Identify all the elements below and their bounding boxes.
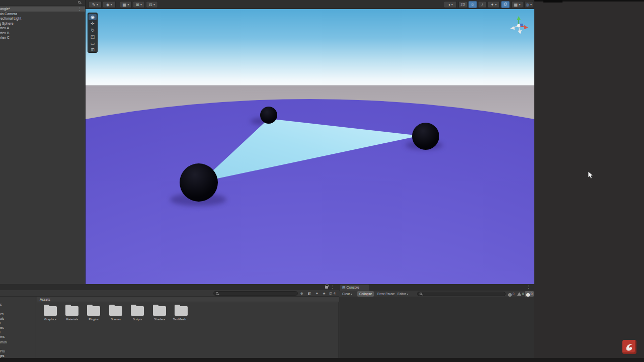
vertex-sphere-top[interactable] [260, 107, 277, 124]
folder-materials[interactable]: Materials [62, 306, 82, 321]
kebab-menu-icon[interactable]: ⋮ [78, 7, 82, 12]
hierarchy-item-triangle[interactable]: Triangle* ⋮ [0, 7, 86, 12]
light-bulb-icon: ☼ [471, 2, 474, 7]
grid-snapping-dropdown[interactable]: ▦ ▾ [120, 1, 132, 8]
error-count-button[interactable]: ! 0 [525, 291, 534, 297]
tree-item-label: Scenes [0, 325, 4, 330]
folder-label: Materials [62, 318, 82, 321]
rotate-tool-button[interactable]: ↻ [89, 27, 97, 33]
move-tool-button[interactable]: ✛ [89, 21, 97, 27]
effects-star-icon: ✦ [491, 3, 494, 7]
scene-visibility-toggle[interactable]: ∅ [501, 1, 510, 8]
grid-settings-dropdown[interactable]: ▦ ▾ [511, 1, 523, 8]
effects-dropdown[interactable]: ✦ ▾ [488, 1, 500, 8]
console-log-area[interactable] [339, 297, 534, 358]
warning-count-button[interactable]: 0 [516, 291, 525, 297]
search-by-type-icon[interactable]: ⊕ [300, 291, 303, 296]
package-icon[interactable]: ◧ [308, 291, 311, 296]
project-tab-strip: ⋮ [0, 284, 339, 290]
tree-item-common[interactable]: Common [0, 340, 36, 344]
label-tag-icon[interactable]: ✦ [315, 291, 318, 296]
tree-item-label: Assets [0, 302, 2, 307]
2d-toggle-button[interactable]: 2D [458, 1, 467, 8]
tree-item-scripts[interactable]: Scripts [0, 330, 36, 334]
scale-tool-button[interactable]: ◰ [89, 34, 97, 40]
info-count-button[interactable]: ! 0 [507, 291, 516, 297]
folder-label: Scripts [127, 318, 147, 321]
project-toolbar: ⊕ ◧ ✦ ★ ∅ 4 [0, 290, 339, 297]
folder-scripts[interactable]: Scripts [127, 306, 147, 321]
chevron-down-icon: ▾ [451, 3, 453, 6]
tree-item-label: Graphics [0, 312, 4, 316]
scene-orientation-gizmo[interactable] [507, 14, 530, 37]
vertex-sphere-right[interactable] [412, 123, 439, 150]
tree-item-materials[interactable]: Materials [0, 316, 36, 321]
eye-slash-icon[interactable]: ∅ [329, 291, 332, 296]
console-doc-icon: ▤ [342, 286, 346, 289]
project-search-input[interactable] [213, 291, 298, 296]
warning-count: 0 [522, 292, 524, 296]
gizmo-handle-dropdown[interactable]: ◈ ▾ [103, 1, 116, 8]
tree-item-textmesh-pro[interactable]: TextMesh Pro [0, 349, 36, 353]
error-count: 0 [531, 292, 533, 296]
clear-button[interactable]: Clear ▾ [340, 291, 354, 297]
project-folder-tree: Assets Graphics Materials Plugins Scenes… [0, 297, 36, 358]
scene-view-toolbar: ✎ ▾ ◈ ▾ ▦ ▾ ⊞ ▾ ⊡ ▾ ◑ ▾ [86, 0, 534, 9]
tree-item-assets[interactable]: Assets [0, 302, 36, 307]
hierarchy-item-big-sphere[interactable]: Big Sphere [0, 21, 86, 26]
kebab-menu-icon[interactable]: ⋮ [527, 285, 530, 289]
grid-icon: ▦ [123, 3, 127, 7]
error-pause-button[interactable]: Error Pause [375, 291, 397, 297]
snap-increment-dropdown[interactable]: ⊡ ▾ [146, 1, 158, 8]
folder-shaders[interactable]: Shaders [149, 306, 170, 321]
folder-icon [175, 306, 188, 316]
tree-item-graphics[interactable]: Graphics [0, 312, 36, 316]
kebab-menu-icon[interactable]: ⋮ [331, 285, 334, 289]
bottom-desktop-strip [0, 358, 644, 362]
folder-icon [87, 306, 100, 316]
hierarchy-item-vertex-c[interactable]: Vertex C [0, 35, 86, 40]
grid-snap-toggle-dropdown[interactable]: ⊞ ▾ [133, 1, 145, 8]
breadcrumb[interactable]: Assets [37, 297, 339, 302]
tree-item-scenes[interactable]: Scenes [0, 325, 36, 330]
rect-tool-button[interactable]: ▭ [89, 40, 97, 46]
hierarchy-item-vertex-b[interactable]: Vertex B [0, 31, 86, 36]
view-tool-button[interactable]: ◉ [89, 14, 97, 20]
collapse-button[interactable]: Collapse [357, 291, 374, 297]
draw-mode-dropdown[interactable]: ◑ ▾ [444, 1, 457, 8]
hierarchy-item-label: Main Camera [0, 12, 17, 17]
hierarchy-item-vertex-a[interactable]: Vertex A [0, 26, 86, 31]
console-tab-label: Console [347, 286, 360, 289]
folder-graphics[interactable]: Graphics [40, 306, 60, 321]
folder-label: Graphics [40, 318, 60, 321]
window-edge-notch [543, 0, 562, 3]
scene-view[interactable]: ◉ ✛ ↻ ◰ ▭ ⊞ [86, 9, 534, 284]
tool-settings-dropdown[interactable]: ✎ ▾ [89, 1, 102, 8]
vertex-sphere-left[interactable] [180, 163, 218, 202]
hierarchy-item-main-camera[interactable]: Main Camera [0, 12, 86, 17]
folder-plugins[interactable]: Plugins [84, 306, 104, 321]
search-icon[interactable] [78, 1, 80, 4]
folder-scenes[interactable]: Scenes [106, 306, 126, 321]
lock-icon[interactable] [325, 286, 328, 289]
tree-item-plugins[interactable]: Plugins [0, 321, 36, 325]
tab-console[interactable]: ▤ Console [340, 285, 369, 291]
editor-dropdown[interactable]: Editor ▾ [395, 291, 410, 297]
tree-item-packages[interactable]: Packages [0, 353, 36, 358]
folder-label: Plugins [84, 318, 104, 321]
console-search-input[interactable] [417, 292, 506, 296]
camera-settings-dropdown[interactable]: ◎ ▾ [524, 1, 533, 8]
hierarchy-item-directional-light[interactable]: Directional Light [0, 16, 86, 21]
folder-textmesh[interactable]: TextMesh ... [171, 306, 191, 321]
tree-item-shaders[interactable]: Shaders [0, 334, 36, 339]
transform-tool-button[interactable]: ⊞ [89, 47, 97, 53]
search-icon [216, 292, 218, 295]
tree-item-label: Plugins [0, 321, 1, 325]
favorite-star-icon[interactable]: ★ [323, 291, 326, 296]
scene-audio-toggle[interactable]: ♪ [478, 1, 487, 8]
chevron-down-icon: ▾ [127, 3, 129, 6]
hierarchy-item-label: Directional Light [0, 16, 21, 21]
snap-increment-icon: ⊡ [149, 3, 152, 7]
scene-lighting-toggle[interactable]: ☼ [468, 1, 477, 8]
rect-icon: ▭ [91, 41, 95, 46]
